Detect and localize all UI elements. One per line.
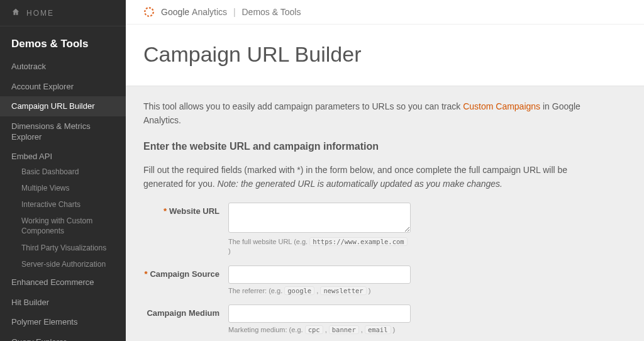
page-title: Campaign URL Builder <box>143 42 626 67</box>
sidebar-item-query-explorer[interactable]: Query Explorer <box>0 332 126 341</box>
instructions: Fill out the required fields (marked wit… <box>143 164 599 191</box>
home-link[interactable]: HOME <box>0 0 126 26</box>
home-label: HOME <box>26 9 54 18</box>
hint-campaign-source: The referrer: (e.g. google , newsletter … <box>228 286 411 296</box>
campaign-source-input[interactable] <box>228 266 411 284</box>
main: Google Analytics | Demos & Tools Campaig… <box>126 0 644 341</box>
ga-logo-icon <box>143 6 155 18</box>
sidebar-sub-basic-dashboard[interactable]: Basic Dashboard <box>0 164 126 180</box>
sidebar: HOME Demos & Tools Autotrack Account Exp… <box>0 0 126 341</box>
sidebar-item-dimensions-metrics[interactable]: Dimensions & Metrics Explorer <box>0 116 126 147</box>
sidebar-item-campaign-url-builder[interactable]: Campaign URL Builder <box>0 96 126 116</box>
label-campaign-medium: Campaign Medium <box>143 305 228 318</box>
sidebar-group-embed-api: Embed API <box>0 147 126 164</box>
website-url-input[interactable] <box>228 203 411 233</box>
sidebar-item-account-explorer[interactable]: Account Explorer <box>0 77 126 97</box>
campaign-medium-input[interactable] <box>228 305 411 323</box>
sidebar-item-autotrack[interactable]: Autotrack <box>0 57 126 77</box>
sidebar-item-enhanced-ecommerce[interactable]: Enhanced Ecommerce <box>0 272 126 293</box>
intro-text: This tool allows you to easily add campa… <box>143 100 599 127</box>
hint-campaign-medium: Marketing medium: (e.g. cpc , banner , e… <box>228 325 411 335</box>
sidebar-sub-third-party-viz[interactable]: Third Party Visualizations <box>0 240 126 256</box>
row-website-url: *Website URL The full website URL (e.g. … <box>143 203 599 257</box>
content: This tool allows you to easily add campa… <box>126 86 616 341</box>
hero: Campaign URL Builder <box>126 25 644 86</box>
row-campaign-source: *Campaign Source The referrer: (e.g. goo… <box>143 266 599 296</box>
svg-point-0 <box>145 8 153 16</box>
custom-campaigns-link[interactable]: Custom Campaigns <box>463 101 540 111</box>
sidebar-title: Demos & Tools <box>0 26 126 57</box>
sidebar-sub-multiple-views[interactable]: Multiple Views <box>0 180 126 196</box>
hint-website-url: The full website URL (e.g. https://www.e… <box>228 237 411 257</box>
label-campaign-source: *Campaign Source <box>143 266 228 279</box>
home-icon <box>11 8 20 18</box>
row-campaign-medium: Campaign Medium Marketing medium: (e.g. … <box>143 305 599 335</box>
section-heading: Enter the website URL and campaign infor… <box>143 141 599 152</box>
topbar: Google Analytics | Demos & Tools <box>126 0 644 25</box>
sidebar-sub-custom-components[interactable]: Working with Custom Components <box>0 213 126 239</box>
brand-text: Google Analytics | Demos & Tools <box>161 7 301 17</box>
label-website-url: *Website URL <box>143 203 228 216</box>
sidebar-sub-interactive-charts[interactable]: Interactive Charts <box>0 196 126 213</box>
sidebar-sub-server-auth[interactable]: Server-side Authorization <box>0 256 126 272</box>
sidebar-item-hit-builder[interactable]: Hit Builder <box>0 293 126 313</box>
sidebar-item-polymer-elements[interactable]: Polymer Elements <box>0 312 126 332</box>
